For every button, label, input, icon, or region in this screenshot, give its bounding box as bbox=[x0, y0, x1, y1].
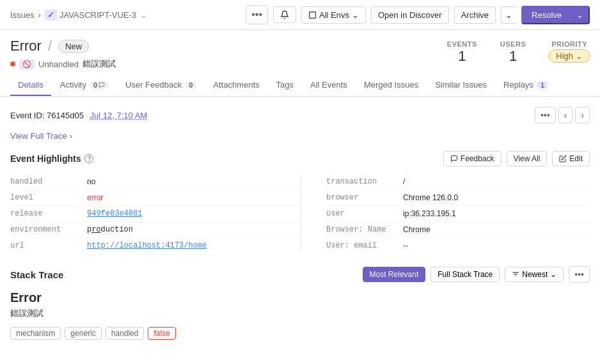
open-discover-button[interactable]: Open in Discover bbox=[371, 6, 449, 24]
tab-all-events[interactable]: All Events bbox=[303, 75, 355, 96]
hl-browser: browser Chrome 126.0.0 bbox=[326, 190, 590, 206]
prev-event-button[interactable]: ‹ bbox=[558, 107, 573, 123]
sort-button[interactable]: Newest ⌄ bbox=[505, 267, 564, 282]
archive-dropdown-button[interactable]: ⌄ bbox=[501, 6, 516, 24]
priority-stat: PRIORITY High ⌄ bbox=[549, 40, 590, 63]
tab-details[interactable]: Details bbox=[10, 75, 51, 96]
issue-title: Error bbox=[10, 38, 42, 54]
tab-similar-issues[interactable]: Similar Issues bbox=[427, 75, 494, 96]
tag-mechanism: mechanism bbox=[10, 327, 61, 340]
breadcrumb: Issues › ✓ JAVASCRIPT-VUE-3 ⌄ bbox=[10, 10, 147, 20]
unhandled-label: Unhandled bbox=[38, 59, 79, 69]
main-content: Event ID: 76145d05 Jul 12, 7:10 AM ••• ‹… bbox=[0, 97, 600, 350]
title-separator: / bbox=[48, 38, 52, 54]
resolve-button[interactable]: Resolve bbox=[521, 6, 571, 24]
stack-title: Stack Trace bbox=[10, 269, 63, 280]
issue-title-row: Error / New bbox=[10, 38, 116, 54]
events-value: 1 bbox=[447, 48, 477, 65]
view-trace-link[interactable]: View Full Trace › bbox=[10, 131, 590, 141]
highlights-grid: handled no level error release 949fe83e4… bbox=[10, 174, 590, 253]
resolve-split-button: Resolve ⌄ bbox=[521, 6, 590, 24]
priority-label: PRIORITY bbox=[549, 40, 590, 48]
priority-chevron: ⌄ bbox=[576, 51, 583, 61]
tab-activity[interactable]: Activity 0 bbox=[52, 75, 116, 96]
hl-level: level error bbox=[10, 190, 300, 206]
hl-user-email: User: email -- bbox=[326, 238, 590, 253]
issue-header: Error / New 🚫 Unhandled 錯誤測試 bbox=[10, 38, 116, 70]
highlights-left: handled no level error release 949fe83e4… bbox=[10, 174, 300, 253]
subscribe-button[interactable] bbox=[273, 6, 296, 23]
tag-handled: handled bbox=[106, 327, 145, 340]
unhandled-dot bbox=[10, 61, 15, 67]
most-relevant-button[interactable]: Most Relevant bbox=[363, 267, 426, 282]
tab-replays[interactable]: Replays 1 bbox=[496, 75, 556, 96]
hl-browser-name: Browser: Name Chrome bbox=[326, 222, 590, 238]
highlights-info-icon[interactable]: ? bbox=[84, 154, 93, 163]
svg-rect-0 bbox=[310, 12, 316, 18]
tag-false: false bbox=[148, 327, 175, 340]
hl-environment: environment production bbox=[10, 222, 300, 238]
envs-chevron: ⌄ bbox=[352, 10, 359, 20]
stack-trace-section: Stack Trace Most Relevant Full Stack Tra… bbox=[10, 266, 590, 340]
event-date[interactable]: Jul 12, 7:10 AM bbox=[90, 111, 148, 120]
edit-button[interactable]: Edit bbox=[552, 151, 590, 166]
issue-meta: 🚫 Unhandled 錯誤測試 bbox=[10, 58, 116, 70]
hl-url: url http://localhost:4173/home bbox=[10, 238, 300, 253]
users-value: 1 bbox=[500, 48, 526, 65]
event-id-value: 76145d05 bbox=[47, 111, 84, 120]
issues-link[interactable]: Issues bbox=[10, 10, 35, 20]
priority-button[interactable]: High ⌄ bbox=[549, 49, 590, 63]
tab-merged-issues[interactable]: Merged Issues bbox=[356, 75, 426, 96]
event-highlights-section: Event Highlights ? Feedback View All Edi… bbox=[10, 151, 590, 253]
issue-id-badge: ✓ JAVASCRIPT-VUE-3 bbox=[45, 10, 136, 20]
unhandled-icon: 🚫 bbox=[19, 59, 35, 69]
archive-button[interactable]: Archive bbox=[454, 6, 496, 24]
stack-more-button[interactable]: ••• bbox=[569, 266, 590, 283]
event-nav: ••• ‹ › bbox=[535, 107, 590, 123]
highlights-right: transaction / browser Chrome 126.0.0 use… bbox=[300, 174, 590, 253]
stack-tags: mechanism generic handled false bbox=[10, 327, 590, 340]
trace-chevron: › bbox=[70, 131, 72, 141]
top-actions: ••• All Envs ⌄ Open in Discover Archive … bbox=[246, 5, 590, 24]
stack-actions: Most Relevant Full Stack Trace Newest ⌄ … bbox=[363, 266, 590, 283]
hl-release: release 949fe83e4081 bbox=[10, 206, 300, 222]
issue-dropdown-arrow[interactable]: ⌄ bbox=[140, 10, 147, 20]
new-badge: New bbox=[58, 40, 89, 53]
highlights-actions: Feedback View All Edit bbox=[443, 151, 590, 166]
edit-icon bbox=[559, 155, 567, 162]
stack-error-title: Error bbox=[10, 290, 590, 305]
more-options-button[interactable]: ••• bbox=[246, 5, 268, 24]
view-all-button[interactable]: View All bbox=[507, 151, 548, 166]
tab-attachments[interactable]: Attachments bbox=[205, 75, 267, 96]
priority-value: High bbox=[556, 51, 573, 61]
tag-generic: generic bbox=[65, 327, 101, 340]
event-id: Event ID: 76145d05 Jul 12, 7:10 AM bbox=[10, 111, 147, 120]
users-label: USERS bbox=[500, 40, 526, 48]
hl-transaction: transaction / bbox=[326, 174, 590, 190]
tab-user-feedback[interactable]: User Feedback 0 bbox=[118, 75, 204, 96]
sort-icon bbox=[512, 271, 519, 278]
tab-tags[interactable]: Tags bbox=[269, 75, 301, 96]
feedback-badge: 0 bbox=[185, 81, 196, 89]
highlights-title: Event Highlights ? bbox=[10, 154, 93, 164]
breadcrumb-chevron: › bbox=[38, 10, 41, 20]
users-stat: USERS 1 bbox=[500, 40, 526, 65]
resolve-caret-button[interactable]: ⌄ bbox=[571, 6, 590, 24]
sort-chevron: ⌄ bbox=[550, 270, 557, 279]
hl-handled: handled no bbox=[10, 174, 300, 190]
stats-row: EVENTS 1 USERS 1 PRIORITY High ⌄ bbox=[447, 38, 590, 65]
event-more-button[interactable]: ••• bbox=[535, 107, 556, 123]
error-message: 錯誤測試 bbox=[83, 58, 116, 70]
env-icon bbox=[308, 11, 317, 19]
event-id-label: Event ID: bbox=[10, 111, 44, 120]
stack-error-msg: 錯誤測試 bbox=[10, 308, 590, 319]
stack-header: Stack Trace Most Relevant Full Stack Tra… bbox=[10, 266, 590, 283]
all-envs-button[interactable]: All Envs ⌄ bbox=[301, 6, 366, 24]
issue-logo: ✓ bbox=[45, 10, 57, 20]
feedback-button[interactable]: Feedback bbox=[443, 151, 501, 166]
full-stack-button[interactable]: Full Stack Trace bbox=[430, 267, 500, 282]
top-bar: Issues › ✓ JAVASCRIPT-VUE-3 ⌄ ••• All En… bbox=[0, 0, 600, 30]
events-stat: EVENTS 1 bbox=[447, 40, 477, 65]
next-event-button[interactable]: › bbox=[575, 107, 590, 123]
bell-icon bbox=[280, 10, 289, 19]
